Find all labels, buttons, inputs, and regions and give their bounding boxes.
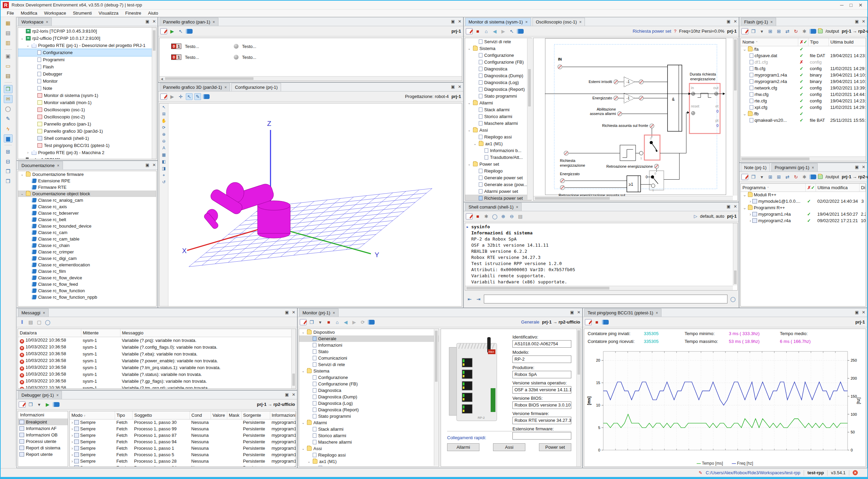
col-header[interactable]: Ultima modifica (816, 184, 859, 192)
doc-gear-icon[interactable]: ▤ (4, 72, 13, 80)
tree-item[interactable]: Stack allarmi (465, 106, 531, 113)
viewport-tool-icon[interactable]: ⟳ (162, 125, 165, 130)
tab-messaggi[interactable]: Messaggi× (18, 309, 49, 317)
program-row[interactable]: ⌄ Programmi R++ (741, 204, 866, 211)
tree-item[interactable]: Informazioni base (299, 465, 439, 467)
tree-item[interactable]: Riepilogo assi (299, 452, 439, 458)
close-icon[interactable]: ✕ (458, 84, 461, 89)
breakpoint-row[interactable]: › Sempre FetchProcesso 1, passo 30Nessun… (70, 419, 296, 426)
robot-3d-view[interactable]: XYZ (168, 103, 462, 307)
tree-item[interactable]: ⌄ Dispositivo (299, 329, 439, 335)
menu-modifica[interactable]: Modifica (17, 10, 40, 16)
book-icon[interactable] (203, 94, 210, 99)
debug-info-item[interactable]: Report di sistema (18, 445, 68, 451)
flash-file-row[interactable]: network.cfg ✓ config19/02/2021 13:39:46 (741, 85, 866, 91)
tab-osc1[interactable]: Oscilloscopio (osc-1)× (533, 18, 585, 26)
flash-file-row[interactable]: qmakeall-vs20... ✓ file BAT25/11/2021 15… (741, 117, 866, 123)
close-icon[interactable]: ✕ (862, 165, 865, 169)
flash-file-row[interactable]: rhw.cfg ✓ config11/02/2021 14:44:00 (741, 91, 866, 98)
tree-item[interactable]: Test ping/pong BCC/31 (pptest-1) (18, 142, 156, 149)
book-icon[interactable] (517, 29, 524, 34)
expander-icon[interactable]: ⌄ (301, 447, 305, 450)
expander-icon[interactable]: ⌄ (26, 44, 30, 47)
tree-item[interactable]: Diagnostica (Log) (299, 400, 439, 407)
tree-item[interactable]: Trasduttore/Att... (465, 154, 531, 161)
tab-pptest[interactable]: Test ping/pong BCC/31 (pptest-1)× (584, 309, 661, 317)
tab-documentazione[interactable]: Documentazione× (18, 161, 63, 169)
breakpoint-row[interactable]: › Sempre FetchProcesso 1, passo 87Nessun… (70, 432, 296, 439)
close-icon[interactable]: ✕ (292, 310, 295, 315)
viewport-tool-icon[interactable]: ▦ (162, 152, 166, 157)
close-icon[interactable]: × (224, 85, 227, 90)
hand-icon[interactable]: ✱ (801, 174, 808, 180)
breakpoint-row[interactable]: › Sempre FetchProcesso 1, passo 24Nessun… (70, 464, 296, 467)
book-icon[interactable] (809, 29, 816, 34)
tab-flash[interactable]: Flash (prj-1)× (741, 18, 776, 26)
tab-note[interactable]: Note (prj-1) (741, 163, 770, 171)
tab-pan3d[interactable]: Pannello grafico 3D (pan3d-1)× (160, 83, 230, 91)
tree-item[interactable]: Classe rc_flow_device (18, 275, 156, 281)
close-icon[interactable]: ✕ (862, 310, 865, 315)
tree-item[interactable]: ⌄ Sistema (465, 45, 531, 52)
build-all-icon[interactable]: ⊞ (775, 28, 782, 35)
dropdown-icon[interactable]: ▾ (317, 319, 324, 326)
col-header[interactable]: Valore (211, 411, 227, 419)
expander-icon[interactable]: › (20, 158, 24, 159)
hand-icon[interactable]: ✱ (483, 213, 490, 220)
program-row[interactable]: › myprogram2.r4a ✓09/02/2022 17:21:21102 (741, 217, 866, 224)
notebook-icon[interactable] (466, 28, 473, 34)
flash-file-row[interactable]: ⌄ /fa ✓ (741, 46, 866, 52)
tree-item[interactable]: Monitor di sistema (sysm-1) (18, 92, 156, 99)
flash-file-row[interactable]: xpl.cfg ✓ config11/02/2021 14:29:16 (741, 104, 866, 111)
move-icon[interactable]: ✛ (177, 93, 184, 100)
tree-item[interactable]: Diagnostica (299, 387, 439, 394)
book-icon[interactable] (809, 175, 816, 179)
build-icon[interactable]: ⊞ (767, 28, 774, 35)
search-icon[interactable]: ◯ (44, 319, 51, 326)
debug-info-list[interactable]: Informazioni Breakpoint Informazioni AF … (18, 411, 68, 467)
dropdown-icon[interactable]: ▾ (36, 401, 43, 408)
page-icon[interactable]: ▤ (517, 213, 524, 220)
field-value[interactable]: Robox RTE versione 34.27.3 (512, 417, 571, 424)
tree-item[interactable]: Storico allarmi (465, 113, 531, 120)
open-icon[interactable]: ▥ (4, 39, 13, 47)
expander-icon[interactable]: ⌄ (301, 421, 305, 425)
tree-item[interactable]: Diagnostica (Log) (465, 79, 531, 86)
close-icon[interactable]: × (43, 311, 45, 315)
tree-item[interactable]: › Progetto RTE (prj-3) - Macchina 2 (18, 149, 156, 156)
col-header[interactable]: Sorgente (241, 411, 270, 419)
tree-item[interactable]: Estensione RPE (18, 178, 156, 184)
expander-icon[interactable]: ⌄ (467, 101, 471, 105)
tree-item[interactable]: Diagnostica (465, 65, 531, 72)
col-header[interactable]: Tipo (115, 411, 132, 419)
debug-info-item[interactable]: Informazioni OB (18, 432, 68, 438)
package-icon[interactable]: ▦ (4, 19, 13, 27)
field-value[interactable]: Robox SpA (512, 371, 571, 378)
dropdown-icon[interactable]: ▾ (758, 28, 765, 35)
close-icon[interactable]: × (56, 393, 59, 398)
tree-item[interactable]: ⌄ Power set (465, 161, 531, 167)
message-row[interactable]: ✕10/03/2022 10:36:58sysm-1Variabile (?.t… (18, 364, 296, 371)
col-header[interactable]: Data/ora (18, 329, 81, 337)
tree-item[interactable]: Classe rc_digi_cam (18, 255, 156, 262)
documentation-tree[interactable]: ⌄ Documentazione firmware Estensione RPE… (18, 171, 157, 307)
tree-item[interactable]: Configurazione (299, 374, 439, 381)
notebook-icon[interactable] (19, 401, 26, 408)
tree-item[interactable]: ⌄ Documentazione object block (18, 191, 156, 197)
tree-item[interactable]: Diagnostica (Dump) (465, 72, 531, 79)
message-row[interactable]: ✕10/03/2022 10:36:58sysm-1Variabile (?.t… (18, 385, 296, 389)
flash-file-row[interactable]: myprogram2.r4a ✓ binary19/04/2021 14:10:… (741, 78, 866, 85)
build-all-icon[interactable]: ⊞ (775, 174, 782, 180)
col-header[interactable]: Mask (227, 411, 241, 419)
quick-button-allarmi[interactable]: Allarmi (447, 443, 479, 451)
flash-file-table[interactable]: Nome ⌃ ✗✓ TipoUltima buildDime ⌄ /fa ✓ c… (740, 38, 866, 161)
tree-item[interactable]: Stato programmi (299, 413, 439, 419)
tab-programmi[interactable]: Programmi (prj-1)× (771, 163, 818, 171)
print-icon[interactable]: ▤ (27, 319, 34, 326)
float-icon[interactable]: ▣ (285, 310, 289, 315)
tab-debugger[interactable]: Debugger (prj-1)× (18, 391, 62, 399)
flash-file-row[interactable]: ⌄ /fb ✓ (741, 111, 866, 117)
viewport-tool-icon[interactable]: ◨ (162, 166, 166, 171)
sync-icon[interactable]: ⇄ (784, 174, 791, 180)
tree-item[interactable]: Stato (299, 348, 439, 355)
